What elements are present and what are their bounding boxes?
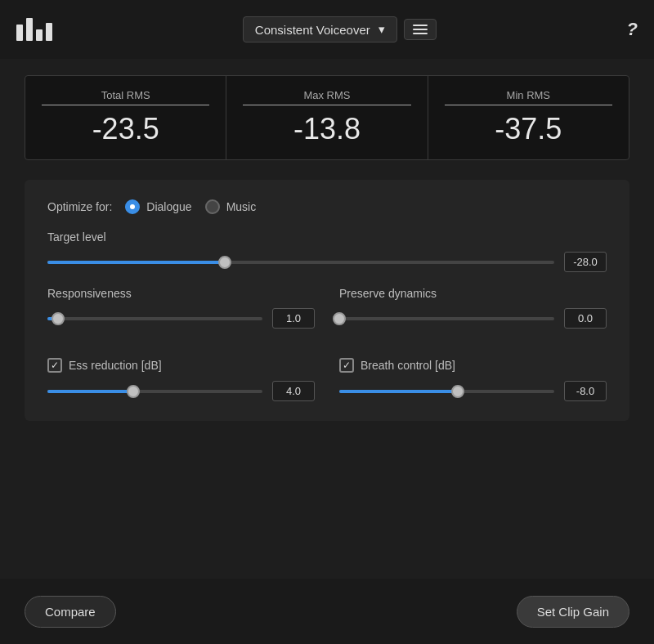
- breath-control-track: [339, 390, 554, 393]
- breath-control-value[interactable]: -8.0: [564, 381, 607, 401]
- main-content: Total RMS -23.5 Max RMS -13.8 Min RMS -3…: [0, 59, 654, 437]
- breath-control-thumb[interactable]: [451, 385, 464, 398]
- preserve-dynamics-value[interactable]: 0.0: [564, 308, 607, 329]
- target-level-section: Target level -28.0: [47, 230, 607, 272]
- responsiveness-label: Responsiveness: [47, 287, 315, 300]
- min-rms-value: -37.5: [495, 112, 562, 146]
- max-rms-stat: Max RMS -13.8: [226, 76, 428, 159]
- total-rms-label: Total RMS: [42, 89, 209, 105]
- preserve-dynamics-track: [339, 317, 554, 320]
- music-radio[interactable]: Music: [205, 199, 257, 214]
- max-rms-label: Max RMS: [243, 89, 410, 105]
- set-clip-gain-button[interactable]: Set Clip Gain: [517, 596, 629, 628]
- breath-control-slider[interactable]: [339, 383, 554, 400]
- optimize-row: Optimize for: Dialogue Music: [47, 199, 607, 214]
- breath-control-checkbox[interactable]: ✓: [339, 358, 354, 373]
- ess-reduction-thumb[interactable]: [127, 385, 140, 398]
- breath-control-checkbox-row: ✓ Breath control [dB]: [339, 358, 607, 373]
- logo-bar-2: [26, 18, 33, 41]
- target-level-slider[interactable]: [47, 254, 554, 271]
- logo-bar-4: [46, 23, 52, 41]
- target-level-value[interactable]: -28.0: [564, 252, 607, 272]
- ess-reduction-checkbox-row: ✓ Ess reduction [dB]: [47, 358, 315, 373]
- ess-reduction-check-icon: ✓: [51, 360, 59, 370]
- target-level-label: Target level: [47, 230, 607, 244]
- ess-reduction-section: ✓ Ess reduction [dB] 4.0: [47, 358, 315, 401]
- footer: Compare Set Clip Gain: [0, 579, 654, 644]
- music-radio-dot: [205, 199, 220, 214]
- two-col-sliders: Responsiveness 1.0 Preserve dynamics: [47, 287, 607, 343]
- breath-control-fill: [339, 390, 458, 393]
- breath-control-check-icon: ✓: [343, 360, 351, 370]
- target-level-track: [47, 261, 554, 264]
- ess-reduction-label: Ess reduction [dB]: [69, 359, 162, 372]
- responsiveness-thumb[interactable]: [52, 312, 65, 325]
- dialogue-radio-label: Dialogue: [146, 200, 191, 213]
- target-level-slider-row: -28.0: [47, 252, 607, 272]
- preserve-dynamics-section: Preserve dynamics 0.0: [339, 287, 607, 329]
- ess-reduction-checkbox[interactable]: ✓: [47, 358, 62, 373]
- ess-reduction-slider-row: 4.0: [47, 381, 315, 401]
- preserve-dynamics-slider-row: 0.0: [339, 308, 607, 329]
- preserve-dynamics-slider[interactable]: [339, 311, 554, 327]
- preserve-dynamics-thumb[interactable]: [333, 312, 346, 325]
- hamburger-line-2: [413, 29, 428, 30]
- total-rms-stat: Total RMS -23.5: [25, 76, 226, 159]
- preset-name: Consistent Voiceover: [255, 23, 370, 37]
- app-logo: [16, 18, 52, 41]
- dialogue-radio-dot: [125, 199, 140, 214]
- target-level-thumb[interactable]: [218, 256, 231, 269]
- max-rms-value: -13.8: [293, 112, 361, 146]
- responsiveness-section: Responsiveness 1.0: [47, 287, 315, 329]
- logo-bar-3: [36, 29, 43, 41]
- responsiveness-track: [47, 317, 262, 320]
- logo-bar-1: [16, 25, 23, 41]
- target-level-fill: [47, 261, 225, 264]
- preset-dropdown[interactable]: Consistent Voiceover ▾: [243, 16, 397, 42]
- min-rms-stat: Min RMS -37.5: [428, 76, 629, 159]
- preset-area: Consistent Voiceover ▾: [243, 16, 437, 42]
- music-radio-label: Music: [226, 200, 257, 213]
- responsiveness-slider[interactable]: [47, 311, 262, 327]
- ess-reduction-fill: [47, 390, 133, 393]
- preserve-dynamics-label: Preserve dynamics: [339, 287, 607, 300]
- chevron-down-icon: ▾: [379, 22, 385, 37]
- breath-control-section: ✓ Breath control [dB] -8.0: [339, 358, 607, 401]
- header: Consistent Voiceover ▾ ?: [0, 0, 654, 59]
- total-rms-value: -23.5: [92, 112, 159, 146]
- compare-button[interactable]: Compare: [25, 596, 116, 628]
- controls-panel: Optimize for: Dialogue Music Target leve…: [25, 180, 629, 421]
- hamburger-line-1: [413, 25, 428, 26]
- two-col-checkboxes: ✓ Ess reduction [dB] 4.0: [47, 358, 607, 401]
- breath-control-label: Breath control [dB]: [361, 359, 455, 372]
- stats-panel: Total RMS -23.5 Max RMS -13.8 Min RMS -3…: [25, 75, 629, 160]
- responsiveness-slider-row: 1.0: [47, 308, 315, 329]
- help-button[interactable]: ?: [627, 19, 638, 40]
- hamburger-line-3: [413, 33, 428, 34]
- hamburger-menu-button[interactable]: [404, 19, 437, 40]
- dialogue-radio[interactable]: Dialogue: [125, 199, 191, 214]
- ess-reduction-value[interactable]: 4.0: [272, 381, 315, 401]
- optimize-label: Optimize for:: [47, 200, 112, 213]
- breath-control-slider-row: -8.0: [339, 381, 607, 401]
- min-rms-label: Min RMS: [445, 89, 612, 105]
- ess-reduction-track: [47, 390, 262, 393]
- responsiveness-value[interactable]: 1.0: [272, 308, 315, 329]
- ess-reduction-slider[interactable]: [47, 383, 262, 400]
